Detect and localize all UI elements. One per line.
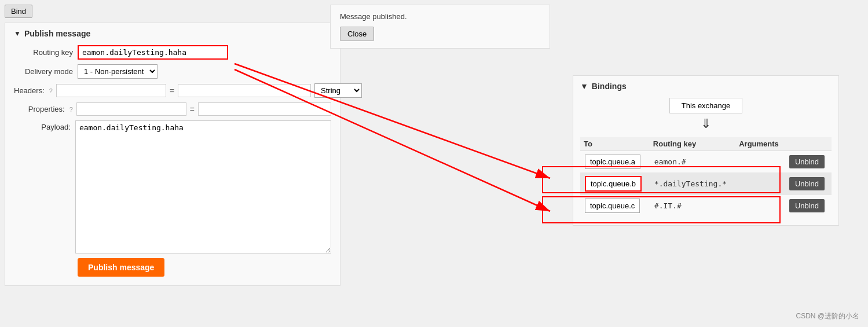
payload-row: Payload: eamon.dailyTesting.haha: [14, 120, 331, 253]
routing-key-input[interactable]: [78, 45, 228, 60]
this-exchange-button[interactable]: This exchange: [669, 98, 743, 113]
col-to: To: [580, 137, 650, 151]
close-button[interactable]: Close: [340, 27, 374, 41]
headers-key-input[interactable]: [56, 84, 166, 97]
headers-help-icon[interactable]: ?: [49, 87, 53, 94]
bindings-header: ▼ Bindings: [580, 82, 832, 91]
routing-key-cell: eamon.#: [650, 151, 735, 173]
arguments-cell: [735, 172, 785, 195]
queue-button[interactable]: topic.queue.c: [585, 199, 640, 213]
headers-type-select[interactable]: String Number Boolean: [314, 83, 362, 98]
headers-row: Headers: ? = String Number Boolean: [14, 83, 331, 98]
publish-section: ▼ Publish message Routing key Delivery m…: [5, 23, 340, 286]
table-row: topic.queue.b*.dailyTesting.*Unbind: [580, 172, 832, 195]
routing-key-cell: #.IT.#: [650, 195, 735, 216]
col-arguments: Arguments: [735, 137, 785, 151]
unbind-button[interactable]: Unbind: [789, 177, 825, 190]
properties-inputs: ? =: [69, 102, 331, 116]
notification-box: Message published. Close: [330, 5, 550, 49]
properties-equals: =: [190, 105, 195, 114]
bindings-panel: ▼ Bindings This exchange ⇓ To Routing ke…: [573, 75, 839, 226]
arguments-cell: [735, 151, 785, 173]
routing-key-label: Routing key: [14, 48, 78, 57]
routing-key-row: Routing key: [14, 45, 331, 60]
publish-section-title: Publish message: [24, 29, 90, 38]
properties-key-input[interactable]: [76, 102, 186, 116]
unbind-button[interactable]: Unbind: [789, 155, 825, 168]
col-routing-key: Routing key: [650, 137, 735, 151]
properties-value-input[interactable]: [198, 102, 331, 116]
collapse-triangle[interactable]: ▼: [14, 30, 21, 38]
table-row: topic.queue.c#.IT.#Unbind: [580, 195, 832, 216]
properties-label: Properties:: [14, 105, 69, 113]
delivery-mode-label: Delivery mode: [14, 67, 78, 76]
bindings-table: To Routing key Arguments topic.queue.aea…: [580, 137, 832, 216]
bindings-triangle[interactable]: ▼: [580, 82, 588, 91]
headers-equals: =: [170, 86, 174, 95]
properties-help-icon[interactable]: ?: [69, 106, 73, 113]
table-row: topic.queue.aeamon.#Unbind: [580, 151, 832, 173]
delivery-mode-select[interactable]: 1 - Non-persistent 2 - Persistent: [78, 64, 158, 79]
bind-button[interactable]: Bind: [5, 5, 32, 18]
delivery-mode-row: Delivery mode 1 - Non-persistent 2 - Per…: [14, 64, 331, 79]
page-wrapper: Bind ▼ Publish message Routing key Deliv…: [0, 0, 868, 327]
headers-label: Headers:: [14, 86, 49, 95]
publish-button[interactable]: Publish message: [78, 258, 164, 277]
arguments-cell: [735, 195, 785, 216]
headers-inputs: ? = String Number Boolean: [49, 83, 362, 98]
notification-message: Message published.: [340, 12, 540, 21]
payload-textarea[interactable]: eamon.dailyTesting.haha: [75, 120, 331, 253]
queue-button[interactable]: topic.queue.a: [585, 155, 640, 169]
payload-label: Payload:: [14, 120, 75, 131]
bindings-table-header: To Routing key Arguments: [580, 137, 832, 151]
routing-key-cell: *.dailyTesting.*: [650, 172, 735, 195]
queue-button[interactable]: topic.queue.b: [585, 176, 642, 192]
bindings-title: Bindings: [592, 82, 627, 91]
watermark: CSDN @进阶的小名: [796, 311, 859, 321]
headers-value-input[interactable]: [178, 84, 311, 97]
publish-section-header: ▼ Publish message: [14, 29, 331, 38]
properties-row: Properties: ? =: [14, 102, 331, 116]
unbind-button[interactable]: Unbind: [789, 199, 825, 212]
col-action: [785, 137, 832, 151]
down-arrow-icon: ⇓: [580, 116, 832, 131]
